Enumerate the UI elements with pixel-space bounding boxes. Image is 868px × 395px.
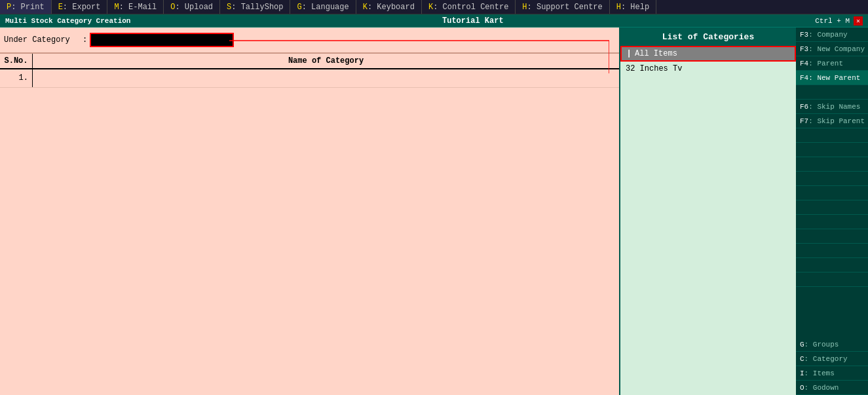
sidebar-item-parent[interactable]: F4: Parent [796, 56, 868, 71]
right-panel: List of Categories ┃ All Items 32 Inches… [619, 28, 796, 395]
under-category-label: Under Category [4, 35, 83, 45]
list-icon: ┃ [627, 50, 631, 58]
sidebar-item-category[interactable]: C: Category [796, 352, 868, 366]
sidebar-blank-1 [796, 85, 868, 100]
cell-sno-1: 1. [0, 69, 33, 87]
sidebar-bottom: G: Groups C: Category I: Items O: Godown [796, 337, 868, 395]
menu-keyboard[interactable]: K: Keyboard [356, 0, 422, 14]
menu-control-centre[interactable]: K: Control Centre [422, 0, 516, 14]
sidebar-blank-5 [796, 172, 868, 186]
sidebar-blank-3 [796, 143, 868, 157]
menu-print[interactable]: P: Print [0, 0, 52, 14]
form-title: Multi Stock Category Creation [0, 17, 136, 25]
sidebar-spacer [796, 287, 868, 337]
under-category-input[interactable] [90, 33, 234, 47]
menu-tallyshop[interactable]: S: TallyShop [220, 0, 290, 14]
sidebar-item-company[interactable]: F3: Company [796, 28, 868, 42]
sidebar-blank-10 [796, 244, 868, 258]
menu-bar: P: Print E: Export M: E-Mail O: Upload S… [0, 0, 868, 14]
app-title: Tutorial Kart [136, 16, 810, 26]
sidebar-item-new-company[interactable]: F3: New Company [796, 42, 868, 56]
menu-language[interactable]: G: Language [290, 0, 356, 14]
list-item-32-tv[interactable]: 32 Inches Tv [620, 62, 796, 76]
close-button[interactable]: ✕ [854, 16, 863, 26]
sidebar-blank-6 [796, 186, 868, 200]
all-items-label: All Items [635, 49, 677, 58]
col-header-sno: S.No. [0, 54, 33, 68]
menu-support-centre[interactable]: H: Support Centre [516, 0, 609, 14]
list-item-label: 32 Inches Tv [626, 64, 682, 73]
menu-email[interactable]: M: E-Mail [107, 0, 164, 14]
table-body: 1. [0, 69, 619, 395]
sidebar-blank-7 [796, 200, 868, 215]
right-panel-body: ┃ All Items 32 Inches Tv [620, 46, 796, 395]
sidebar-blank-2 [796, 128, 868, 143]
sidebar-item-new-parent[interactable]: F4: New Parent [796, 71, 868, 85]
shortcut-hint: Ctrl + M [815, 17, 850, 25]
sidebar-item-groups[interactable]: G: Groups [796, 337, 868, 352]
sidebar-blank-4 [796, 157, 868, 172]
under-category-row: Under Category : [0, 28, 619, 53]
cell-name-1[interactable] [33, 69, 619, 87]
sidebar-item-items[interactable]: I: Items [796, 366, 868, 381]
sidebar-blank-9 [796, 229, 868, 244]
title-bar: Multi Stock Category Creation Tutorial K… [0, 14, 868, 28]
list-item-all-items[interactable]: ┃ All Items [620, 46, 796, 62]
table-header: S.No. Name of Category [0, 53, 619, 69]
sidebar: F3: Company F3: New Company F4: Parent F… [796, 28, 868, 395]
sidebar-blank-8 [796, 215, 868, 229]
table-row: 1. [0, 69, 619, 88]
under-category-colon: : [83, 35, 87, 45]
menu-help[interactable]: H: Help [610, 0, 656, 14]
sidebar-blank-12 [796, 273, 868, 287]
form-area: Under Category : S.No. Name of Category … [0, 28, 619, 395]
title-bar-right: Ctrl + M ✕ [810, 16, 868, 26]
sidebar-item-skip-parent[interactable]: F7: Skip Parent [796, 114, 868, 128]
col-header-name: Name of Category [33, 54, 619, 68]
sidebar-item-godown[interactable]: O: Godown [796, 381, 868, 395]
right-panel-header: List of Categories [620, 28, 796, 46]
sidebar-blank-11 [796, 258, 868, 273]
sidebar-item-skip-names[interactable]: F6: Skip Names [796, 100, 868, 114]
menu-upload[interactable]: O: Upload [164, 0, 220, 14]
menu-export[interactable]: E: Export [52, 0, 108, 14]
main-content: Under Category : S.No. Name of Category … [0, 28, 868, 395]
